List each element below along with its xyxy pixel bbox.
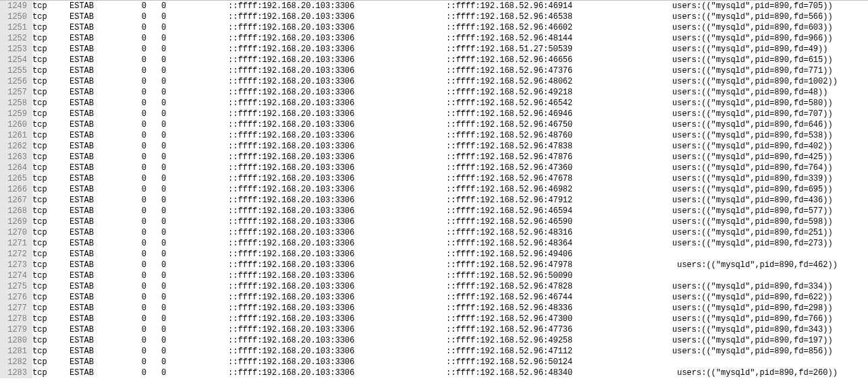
line-row[interactable]: 1273tcpESTAB00::ffff:192.168.20.103:3306… — [0, 260, 868, 270]
col-local-addr: ::ffff:192.168.20.103:3306 — [228, 22, 446, 33]
line-row[interactable]: 1282tcpESTAB00::ffff:192.168.20.103:3306… — [0, 357, 868, 367]
line-content[interactable]: tcpESTAB00::ffff:192.168.20.103:3306::ff… — [32, 195, 868, 206]
line-content[interactable]: tcpESTAB00::ffff:192.168.20.103:3306::ff… — [32, 163, 868, 173]
col-peer-addr: ::ffff:192.168.52.96:48316 — [446, 227, 663, 238]
line-content[interactable]: tcpESTAB00::ffff:192.168.20.103:3306::ff… — [32, 238, 868, 249]
line-content[interactable]: tcpESTAB00::ffff:192.168.20.103:3306::ff… — [32, 206, 868, 216]
line-row[interactable]: 1263tcpESTAB00::ffff:192.168.20.103:3306… — [0, 152, 868, 163]
line-content[interactable]: tcpESTAB00::ffff:192.168.20.103:3306::ff… — [32, 152, 868, 163]
line-row[interactable]: 1258tcpESTAB00::ffff:192.168.20.103:3306… — [0, 98, 868, 109]
col-local-addr: ::ffff:192.168.20.103:3306 — [228, 87, 446, 98]
line-content[interactable]: tcpESTAB00::ffff:192.168.20.103:3306::ff… — [32, 119, 868, 130]
line-row[interactable]: 1272tcpESTAB00::ffff:192.168.20.103:3306… — [0, 249, 868, 260]
col-sendq: 0 — [146, 281, 228, 292]
line-number: 1272 — [0, 249, 32, 260]
line-content[interactable]: tcpESTAB00::ffff:192.168.20.103:3306::ff… — [32, 227, 868, 238]
text-editor-viewport[interactable]: 1249tcpESTAB00::ffff:192.168.20.103:3306… — [0, 0, 868, 378]
line-content[interactable]: tcpESTAB00::ffff:192.168.20.103:3306::ff… — [32, 76, 868, 87]
line-row[interactable]: 1270tcpESTAB00::ffff:192.168.20.103:3306… — [0, 227, 868, 238]
line-row[interactable]: 1251tcpESTAB00::ffff:192.168.20.103:3306… — [0, 22, 868, 33]
line-row[interactable]: 1257tcpESTAB00::ffff:192.168.20.103:3306… — [0, 87, 868, 98]
line-content[interactable]: tcpESTAB00::ffff:192.168.20.103:3306::ff… — [32, 357, 868, 367]
line-row[interactable]: 1266tcpESTAB00::ffff:192.168.20.103:3306… — [0, 184, 868, 195]
col-local-addr: ::ffff:192.168.20.103:3306 — [228, 238, 446, 249]
col-proto: tcp — [32, 314, 70, 324]
col-local-addr: ::ffff:192.168.20.103:3306 — [228, 11, 446, 22]
line-content[interactable]: tcpESTAB00::ffff:192.168.20.103:3306::ff… — [32, 303, 868, 314]
line-row[interactable]: 1267tcpESTAB00::ffff:192.168.20.103:3306… — [0, 195, 868, 206]
line-content[interactable]: tcpESTAB00::ffff:192.168.20.103:3306::ff… — [32, 109, 868, 119]
line-content[interactable]: tcpESTAB00::ffff:192.168.20.103:3306::ff… — [32, 216, 868, 227]
line-content[interactable]: tcpESTAB00::ffff:192.168.20.103:3306::ff… — [32, 260, 868, 270]
line-row[interactable]: 1255tcpESTAB00::ffff:192.168.20.103:3306… — [0, 65, 868, 76]
col-peer-addr: ::ffff:192.168.52.96:46542 — [446, 98, 663, 109]
line-row[interactable]: 1261tcpESTAB00::ffff:192.168.20.103:3306… — [0, 130, 868, 141]
line-content[interactable]: tcpESTAB00::ffff:192.168.20.103:3306::ff… — [32, 314, 868, 324]
col-state: ESTAB — [70, 87, 128, 98]
line-row[interactable]: 1250tcpESTAB00::ffff:192.168.20.103:3306… — [0, 11, 868, 22]
line-number: 1265 — [0, 173, 32, 184]
line-row[interactable]: 1278tcpESTAB00::ffff:192.168.20.103:3306… — [0, 314, 868, 324]
col-sendq: 0 — [146, 98, 228, 109]
line-content[interactable]: tcpESTAB00::ffff:192.168.20.103:3306::ff… — [32, 130, 868, 141]
col-recvq: 0 — [128, 22, 146, 33]
line-content[interactable]: tcpESTAB00::ffff:192.168.20.103:3306::ff… — [32, 324, 868, 335]
line-row[interactable]: 1252tcpESTAB00::ffff:192.168.20.103:3306… — [0, 33, 868, 44]
line-row[interactable]: 1268tcpESTAB00::ffff:192.168.20.103:3306… — [0, 206, 868, 216]
line-row[interactable]: 1260tcpESTAB00::ffff:192.168.20.103:3306… — [0, 119, 868, 130]
line-row[interactable]: 1262tcpESTAB00::ffff:192.168.20.103:3306… — [0, 141, 868, 152]
col-state: ESTAB — [70, 314, 128, 324]
col-proto: tcp — [32, 335, 70, 346]
col-recvq: 0 — [128, 141, 146, 152]
line-content[interactable]: tcpESTAB00::ffff:192.168.20.103:3306::ff… — [32, 281, 868, 292]
col-peer-addr: ::ffff:192.168.52.96:46602 — [446, 22, 663, 33]
line-content[interactable]: tcpESTAB00::ffff:192.168.20.103:3306::ff… — [32, 65, 868, 76]
line-row[interactable]: 1254tcpESTAB00::ffff:192.168.20.103:3306… — [0, 55, 868, 65]
line-content[interactable]: tcpESTAB00::ffff:192.168.20.103:3306::ff… — [32, 11, 868, 22]
line-row[interactable]: 1271tcpESTAB00::ffff:192.168.20.103:3306… — [0, 238, 868, 249]
line-row[interactable]: 1279tcpESTAB00::ffff:192.168.20.103:3306… — [0, 324, 868, 335]
line-row[interactable]: 1265tcpESTAB00::ffff:192.168.20.103:3306… — [0, 173, 868, 184]
line-content[interactable]: tcpESTAB00::ffff:192.168.20.103:3306::ff… — [32, 249, 868, 260]
line-content[interactable]: tcpESTAB00::ffff:192.168.20.103:3306::ff… — [32, 184, 868, 195]
line-content[interactable]: tcpESTAB00::ffff:192.168.20.103:3306::ff… — [32, 55, 868, 65]
col-state: ESTAB — [70, 357, 128, 367]
line-content[interactable]: tcpESTAB00::ffff:192.168.20.103:3306::ff… — [32, 292, 868, 303]
line-row[interactable]: 1280tcpESTAB00::ffff:192.168.20.103:3306… — [0, 335, 868, 346]
line-content[interactable]: tcpESTAB00::ffff:192.168.20.103:3306::ff… — [32, 173, 868, 184]
col-proto: tcp — [32, 141, 70, 152]
line-content[interactable]: tcpESTAB00::ffff:192.168.20.103:3306::ff… — [32, 346, 868, 357]
line-row[interactable]: 1275tcpESTAB00::ffff:192.168.20.103:3306… — [0, 281, 868, 292]
col-proto: tcp — [32, 44, 70, 55]
line-row[interactable]: 1276tcpESTAB00::ffff:192.168.20.103:3306… — [0, 292, 868, 303]
line-content[interactable]: tcpESTAB00::ffff:192.168.20.103:3306::ff… — [32, 22, 868, 33]
line-content[interactable]: tcpESTAB00::ffff:192.168.20.103:3306::ff… — [32, 44, 868, 55]
col-users: users:(("mysqld",pid=890,fd=764)) — [663, 163, 833, 173]
line-row[interactable]: 1281tcpESTAB00::ffff:192.168.20.103:3306… — [0, 346, 868, 357]
line-content[interactable]: tcpESTAB00::ffff:192.168.20.103:3306::ff… — [32, 335, 868, 346]
line-row[interactable]: 1283tcpESTAB00::ffff:192.168.20.103:3306… — [0, 367, 868, 378]
line-number: 1255 — [0, 65, 32, 76]
col-local-addr: ::ffff:192.168.20.103:3306 — [228, 55, 446, 65]
line-row[interactable]: 1253tcpESTAB00::ffff:192.168.20.103:3306… — [0, 44, 868, 55]
col-peer-addr: ::ffff:192.168.52.96:46914 — [446, 1, 663, 11]
line-row[interactable]: 1269tcpESTAB00::ffff:192.168.20.103:3306… — [0, 216, 868, 227]
col-sendq: 0 — [146, 33, 228, 44]
col-peer-addr: ::ffff:192.168.52.96:47300 — [446, 314, 663, 324]
line-row[interactable]: 1274tcpESTAB00::ffff:192.168.20.103:3306… — [0, 270, 868, 281]
col-proto: tcp — [32, 22, 70, 33]
line-row[interactable]: 1264tcpESTAB00::ffff:192.168.20.103:3306… — [0, 163, 868, 173]
line-content[interactable]: tcpESTAB00::ffff:192.168.20.103:3306::ff… — [32, 270, 868, 281]
line-row[interactable]: 1249tcpESTAB00::ffff:192.168.20.103:3306… — [0, 1, 868, 11]
line-content[interactable]: tcpESTAB00::ffff:192.168.20.103:3306::ff… — [32, 367, 868, 378]
line-row[interactable]: 1259tcpESTAB00::ffff:192.168.20.103:3306… — [0, 109, 868, 119]
line-row[interactable]: 1277tcpESTAB00::ffff:192.168.20.103:3306… — [0, 303, 868, 314]
line-content[interactable]: tcpESTAB00::ffff:192.168.20.103:3306::ff… — [32, 98, 868, 109]
line-content[interactable]: tcpESTAB00::ffff:192.168.20.103:3306::ff… — [32, 33, 868, 44]
col-state: ESTAB — [70, 76, 128, 87]
line-row[interactable]: 1256tcpESTAB00::ffff:192.168.20.103:3306… — [0, 76, 868, 87]
line-content[interactable]: tcpESTAB00::ffff:192.168.20.103:3306::ff… — [32, 141, 868, 152]
line-content[interactable]: tcpESTAB00::ffff:192.168.20.103:3306::ff… — [32, 87, 868, 98]
col-recvq: 0 — [128, 270, 146, 281]
line-content[interactable]: tcpESTAB00::ffff:192.168.20.103:3306::ff… — [32, 1, 868, 11]
